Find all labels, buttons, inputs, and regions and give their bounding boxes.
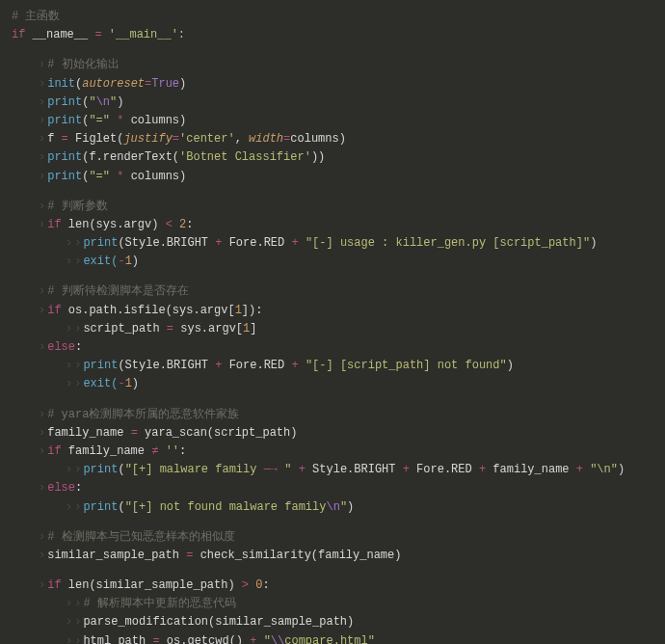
code-line: ››script_path = sys.argv[1]: [12, 320, 653, 338]
code-line: ›# 判断参数: [12, 198, 653, 216]
code-line: ›family_name = yara_scan(script_path): [12, 424, 653, 443]
code-block: # 主函数 if __name__ = '__main__': ›# 初始化输出…: [12, 8, 653, 644]
code-line: ›# yara检测脚本所属的恶意软件家族: [12, 406, 653, 424]
code-line: ›print(f.renderText('Botnet Classifier')…: [12, 148, 653, 167]
code-line: ››parse_modification(similar_sample_path…: [12, 613, 653, 631]
code-line: if __name__ = '__main__':: [12, 26, 653, 44]
code-line: ››html_path = os.getcwd() + "\\compare.h…: [12, 632, 653, 644]
code-line: ››exit(-1): [12, 253, 653, 271]
code-line: ››print(Style.BRIGHT + Fore.RED + "[-] u…: [12, 234, 653, 253]
code-line: ››# 解析脚本中更新的恶意代码: [12, 595, 653, 613]
code-line: ›# 检测脚本与已知恶意样本的相似度: [12, 528, 653, 547]
code-line: ››print(Style.BRIGHT + Fore.RED + "[-] […: [12, 357, 653, 375]
code-line: ›if len(sys.argv) < 2:: [12, 216, 653, 234]
code-line: ›else:: [12, 338, 653, 357]
code-line: ›print("=" * columns): [12, 112, 653, 130]
code-line: ›if os.path.isfile(sys.argv[1]):: [12, 302, 653, 320]
code-line: ››exit(-1): [12, 375, 653, 393]
code-line: ›if len(similar_sample_path) > 0:: [12, 577, 653, 595]
code-line: ›else:: [12, 479, 653, 497]
code-line: ›# 初始化输出: [12, 56, 653, 74]
code-line: ›if family_name ≠ '':: [12, 443, 653, 461]
code-line: ››print("[+] malware family —→ " + Style…: [12, 461, 653, 479]
code-line: ›print("=" * columns): [12, 168, 653, 186]
code-line: ›print("\n"): [12, 94, 653, 112]
code-line: ›init(autoreset=True): [12, 75, 653, 94]
code-line: ›f = Figlet(justify='center', width=colu…: [12, 130, 653, 148]
code-line: # 主函数: [12, 8, 653, 26]
code-line: ›# 判断待检测脚本是否存在: [12, 282, 653, 301]
code-line: ››print("[+] not found malware family\n"…: [12, 498, 653, 517]
code-line: ›similar_sample_path = check_similarity(…: [12, 547, 653, 565]
